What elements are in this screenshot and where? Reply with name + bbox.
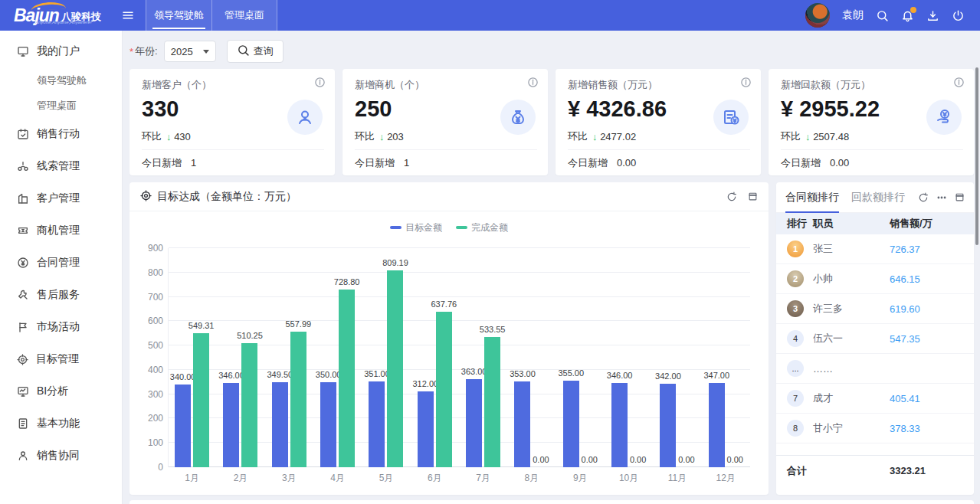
sales-value-link[interactable]: 405.41 — [890, 393, 974, 404]
target-chart-card: 目标达成（金额单位：万元） 目标金额完成金额 01002003004005006… — [129, 182, 769, 495]
leads-icon — [17, 160, 29, 172]
table-row: 2小帅646.15 — [776, 264, 974, 294]
kpi-card: 新增客户（个）330环比↓ 430今日新增1 — [129, 69, 335, 175]
info-icon[interactable] — [527, 77, 539, 91]
sidebar-item[interactable]: 市场活动 — [0, 311, 122, 343]
nav-tab-inactive[interactable]: 管理桌面 — [211, 0, 277, 31]
bar-slot: 312.00 — [418, 248, 434, 467]
bar-slot: 346.00 — [611, 248, 628, 467]
x-axis-tick: 10月 — [605, 472, 653, 490]
rank-badge: ... — [787, 360, 804, 377]
y-axis-tick: 400 — [148, 365, 163, 375]
bar-slot: 340.00 — [175, 248, 191, 467]
sales-value-link[interactable]: 619.60 — [890, 303, 974, 315]
sidebar-item[interactable]: 商机管理 — [0, 214, 122, 247]
sidebar-item[interactable]: 销售行动 — [0, 118, 122, 150]
scrollbar-thumb[interactable] — [975, 67, 978, 245]
sales-value-link[interactable]: 547.35 — [890, 333, 974, 345]
ranking-spacer — [776, 443, 974, 455]
arrow-down-icon: ↓ — [166, 131, 172, 142]
year-value: 2025 — [171, 46, 193, 57]
sidebar-subitem[interactable]: 领导驾驶舱 — [0, 67, 122, 93]
sidebar-subitem[interactable]: 管理桌面 — [0, 93, 122, 118]
sales-doc-icon — [713, 100, 749, 135]
sidebar-item[interactable]: 客户管理 — [0, 182, 122, 214]
kpi-today-row: 今日新增1 — [355, 149, 537, 175]
legend-swatch — [390, 226, 402, 229]
x-axis-tick: 7月 — [459, 472, 507, 490]
sidebar-item[interactable]: 线索管理 — [0, 150, 122, 182]
avatar[interactable] — [805, 3, 830, 28]
kpi-title: 新增商机（个） — [355, 78, 537, 92]
x-axis-tick: 5月 — [362, 472, 410, 490]
bar-value-label: 351.00 — [364, 369, 390, 378]
nav-tab-active[interactable]: 领导驾驶舱 — [146, 0, 211, 31]
info-icon[interactable] — [314, 77, 326, 91]
kpi-today-row: 今日新增0.00 — [781, 149, 963, 175]
query-search-icon — [237, 44, 250, 59]
navbar-right: 袁朗 — [805, 3, 980, 28]
sidebar-item[interactable]: BI分析 — [0, 375, 122, 407]
brand-tagline: Anyone,Anytime,Anywhere! — [35, 20, 92, 25]
bell-icon[interactable] — [901, 9, 914, 22]
bar-group: 355.000.00 — [556, 248, 605, 467]
download-icon[interactable] — [926, 9, 939, 22]
sidebar-item[interactable]: 基本功能 — [0, 407, 122, 440]
bar-value-label: 0.00 — [582, 455, 598, 464]
sidebar-item[interactable]: 合同管理 — [0, 247, 122, 279]
refresh-icon[interactable] — [918, 192, 929, 203]
kpi-today-row: 今日新增0.00 — [568, 149, 750, 175]
bar-目标金额 — [660, 384, 676, 467]
silver-medal-icon: 2 — [787, 270, 804, 287]
brand-swoosh — [31, 1, 67, 11]
x-axis-tick: 3月 — [265, 472, 313, 490]
bar-slot: 557.99 — [290, 248, 306, 467]
bar-目标金额 — [320, 382, 336, 467]
fullscreen-icon[interactable] — [955, 192, 965, 202]
info-icon[interactable] — [740, 77, 752, 91]
required-mark: * — [129, 46, 133, 57]
legend-item[interactable]: 目标金额 — [390, 221, 442, 234]
ranking-tab-payment[interactable]: 回款额排行 — [851, 182, 905, 213]
mom-label: 环比 — [355, 129, 375, 143]
brand-logo: Bajun 八骏科技 Anyone,Anytime,Anywhere! — [0, 7, 115, 25]
menu-icon[interactable] — [115, 8, 141, 22]
x-axis-tick: 8月 — [507, 472, 556, 490]
nav-tabs: 领导驾驶舱管理桌面 — [146, 0, 277, 31]
gold-medal-icon: 1 — [787, 241, 804, 257]
search-icon[interactable] — [876, 9, 889, 22]
refresh-icon[interactable] — [726, 191, 737, 202]
info-icon[interactable] — [953, 77, 965, 91]
year-select[interactable]: 2025 — [164, 41, 216, 62]
y-axis-tick: 700 — [148, 292, 163, 303]
bar-value-label: 346.00 — [218, 371, 244, 380]
power-icon[interactable] — [952, 9, 965, 22]
bar-value-label: 347.00 — [703, 371, 729, 380]
employee-name: 小帅 — [813, 272, 890, 286]
sidebar-item[interactable]: 目标管理 — [0, 343, 122, 375]
arrow-down-icon: ↓ — [805, 131, 811, 142]
legend-item[interactable]: 完成金额 — [456, 221, 508, 234]
today-label: 今日新增 — [781, 156, 821, 170]
query-button[interactable]: 查询 — [227, 40, 284, 63]
mom-label: 环比 — [142, 129, 162, 143]
sales-value-link[interactable]: 646.15 — [890, 273, 974, 285]
sidebar-item[interactable]: 销售协同 — [0, 440, 122, 472]
sales-value-link[interactable]: 378.33 — [890, 423, 974, 434]
bar-value-label: 557.99 — [285, 319, 311, 329]
main-row: 目标达成（金额单位：万元） 目标金额完成金额 01002003004005006… — [129, 182, 974, 495]
user-name[interactable]: 袁朗 — [842, 8, 864, 22]
bar-group: 347.000.00 — [702, 248, 750, 467]
bar-完成金额 — [436, 312, 452, 467]
arrow-down-icon: ↓ — [379, 131, 385, 142]
bar-目标金额 — [223, 383, 239, 467]
more-icon[interactable] — [936, 192, 947, 203]
sidebar-item-label: 线索管理 — [37, 159, 80, 173]
table-row: 1张三726.37 — [776, 234, 974, 264]
ranking-tab-contract[interactable]: 合同额排行 — [785, 182, 839, 213]
fullscreen-icon[interactable] — [748, 191, 758, 201]
sidebar-item[interactable]: 售后服务 — [0, 279, 122, 311]
sidebar-item[interactable]: 我的门户 — [0, 35, 122, 67]
bar-group: 346.000.00 — [605, 248, 653, 467]
sales-value-link[interactable]: 726.37 — [890, 244, 974, 255]
